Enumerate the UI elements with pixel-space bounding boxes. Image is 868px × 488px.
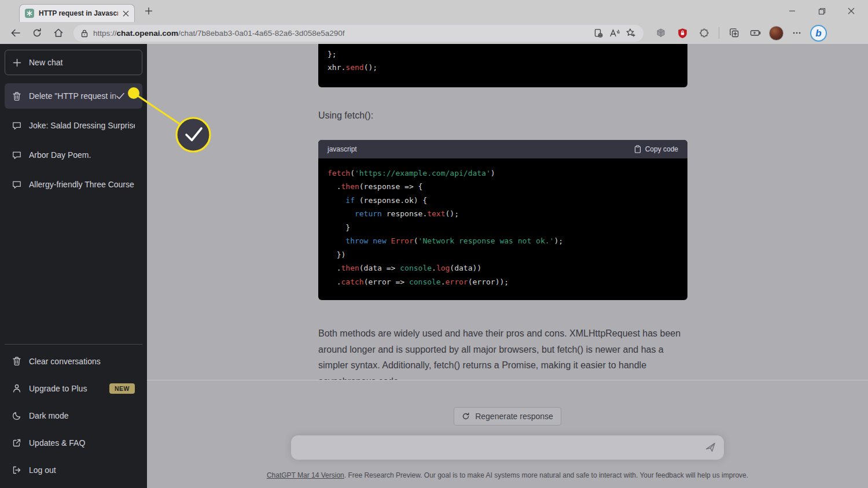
profile-avatar[interactable] (769, 26, 784, 40)
menu-label: Upgrade to Plus (29, 384, 87, 393)
trash-icon (12, 91, 21, 101)
home-icon[interactable] (50, 24, 67, 42)
page-actions-icon[interactable] (590, 25, 606, 41)
read-aloud-icon[interactable] (606, 25, 623, 41)
regenerate-response-button[interactable]: Regenerate response (454, 407, 561, 426)
lock-icon[interactable] (80, 29, 89, 38)
logout-icon (12, 465, 21, 475)
adblock-shield-icon[interactable] (674, 25, 690, 41)
answer-paragraph: Both methods are widely used and have th… (318, 326, 687, 380)
fetch-intro-text: Using fetch(): (318, 110, 687, 121)
extension-cube-icon[interactable] (653, 25, 669, 41)
extensions-area: b (653, 25, 827, 42)
chat-bubble-icon (12, 121, 21, 130)
url-scheme: https:// (93, 29, 117, 38)
person-icon (12, 383, 21, 393)
restore-icon[interactable] (815, 5, 828, 17)
history-label: Joke: Salad Dressing Surprise (29, 121, 135, 130)
sidebar-item-log-out[interactable]: Log out (5, 456, 142, 483)
chatgpt-favicon (25, 9, 34, 18)
extensions-puzzle-icon[interactable] (696, 25, 712, 41)
sidebar-footer-menu: Clear conversations Upgrade to Plus NEW … (5, 344, 142, 488)
disclaimer-text: ChatGPT Mar 14 Version. Free Research Pr… (267, 471, 748, 479)
back-icon[interactable] (7, 24, 24, 42)
regenerate-icon (462, 412, 470, 420)
code-line: } (328, 221, 678, 235)
code-line: }; (328, 47, 678, 61)
tab-title: HTTP request in Javascript (39, 9, 118, 17)
clipboard-icon (634, 145, 641, 153)
url-path: /chat/7b8ebab3-0a01-4a65-82a6-3d058e5a29… (178, 29, 345, 38)
menu-label: Updates & FAQ (29, 438, 85, 448)
moon-icon (12, 411, 21, 420)
bing-copilot-icon[interactable]: b (810, 25, 827, 42)
code-line: .then(response => { (328, 180, 678, 194)
copy-code-button[interactable]: Copy code (634, 145, 678, 153)
confirm-check-icon[interactable] (116, 92, 125, 100)
regenerate-label: Regenerate response (475, 412, 553, 421)
code-block-body: fetch('https://example.com/api/data') .t… (318, 158, 687, 301)
sidebar-item-updates-faq[interactable]: Updates & FAQ (5, 429, 142, 456)
version-link[interactable]: ChatGPT Mar 14 Version (267, 471, 344, 479)
collections-icon[interactable] (726, 25, 742, 41)
code-line: .then(data => console.log(data)) (328, 261, 678, 275)
sidebar-item-upgrade[interactable]: Upgrade to Plus NEW (5, 375, 142, 402)
chat-bubble-icon (12, 150, 21, 160)
send-icon[interactable] (705, 441, 716, 453)
browser-toolbar: https://chat.openai.com/chat/7b8ebab3-0a… (0, 22, 868, 44)
chatgpt-sidebar: New chat Delete "HTTP request in Joke: S… (0, 44, 147, 488)
chat-bubble-icon (12, 180, 21, 189)
new-chat-button[interactable]: New chat (5, 50, 142, 75)
tab-close-icon[interactable] (123, 10, 129, 17)
refresh-icon[interactable] (28, 24, 46, 42)
history-label: Arbor Day Poem. (29, 150, 135, 160)
code-block-xhr: }};xhr.send(); (318, 44, 687, 87)
sidebar-spacer (5, 201, 142, 344)
window-controls (786, 0, 862, 22)
code-language-label: javascript (328, 145, 357, 153)
code-line: }) (328, 248, 678, 262)
code-line: .catch(error => console.error(error)); (328, 275, 678, 289)
browser-tab[interactable]: HTTP request in Javascript (19, 4, 135, 22)
history-label: Allergy-friendly Three Course (29, 180, 135, 189)
settings-menu-icon[interactable] (789, 25, 805, 41)
url-host: chat.openai.com (117, 29, 179, 38)
browser-titlebar: HTTP request in Javascript (0, 0, 868, 22)
plus-icon (13, 58, 21, 67)
code-line: throw new Error('Network response was no… (328, 234, 678, 248)
new-chat-label: New chat (29, 58, 62, 67)
chat-main: }};xhr.send(); Using fetch(): javascript… (147, 44, 868, 488)
new-tab-icon[interactable] (145, 7, 153, 15)
copy-code-label: Copy code (645, 145, 678, 153)
new-badge: NEW (109, 383, 135, 394)
performance-battery-icon[interactable] (748, 25, 764, 41)
address-bar[interactable]: https://chat.openai.com/chat/7b8ebab3-0a… (73, 25, 643, 42)
menu-label: Clear conversations (29, 357, 101, 366)
sidebar-item-history-3[interactable]: Allergy-friendly Three Course (5, 172, 142, 197)
external-link-icon (12, 438, 21, 448)
toolbar-divider (719, 27, 719, 39)
sidebar-item-clear-conversations[interactable]: Clear conversations (5, 347, 142, 375)
code-block-header: javascript Copy code (318, 140, 687, 158)
conversation-area[interactable]: }};xhr.send(); Using fetch(): javascript… (147, 44, 868, 380)
menu-label: Dark mode (29, 411, 68, 420)
menu-label: Log out (29, 465, 56, 475)
code-line: if (response.ok) { (328, 194, 678, 208)
code-line: fetch('https://example.com/api/data') (328, 167, 678, 180)
composer-area: Regenerate response ChatGPT Mar 14 Versi… (147, 380, 868, 488)
trash-icon (12, 356, 21, 366)
url-text: https://chat.openai.com/chat/7b8ebab3-0a… (93, 29, 590, 38)
sidebar-item-delete-chat[interactable]: Delete "HTTP request in (5, 83, 142, 109)
close-window-icon[interactable] (845, 5, 858, 17)
favorites-star-icon[interactable] (623, 25, 639, 41)
chat-input[interactable] (291, 435, 724, 460)
code-block-fetch: javascript Copy code fetch('https://exam… (318, 140, 687, 301)
sidebar-item-dark-mode[interactable]: Dark mode (5, 402, 142, 429)
minimize-icon[interactable] (786, 5, 799, 17)
code-line: return response.text(); (328, 207, 678, 221)
sidebar-item-history-1[interactable]: Joke: Salad Dressing Surprise (5, 113, 142, 138)
sidebar-item-history-2[interactable]: Arbor Day Poem. (5, 142, 142, 168)
code-line: xhr.send(); (328, 61, 678, 75)
